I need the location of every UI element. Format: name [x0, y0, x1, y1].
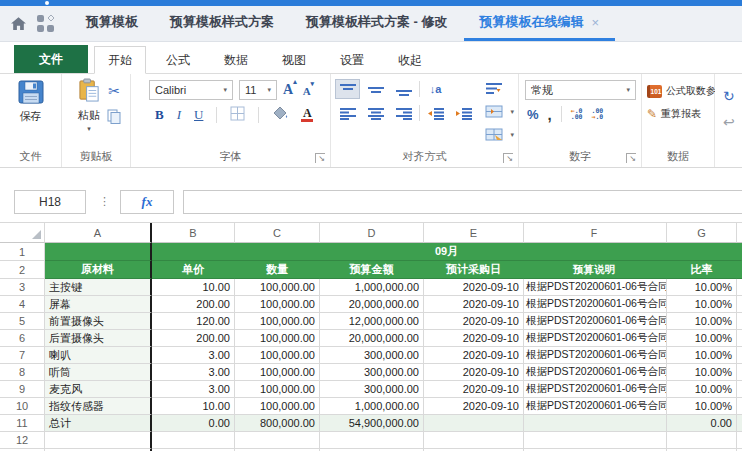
cell[interactable]: 2020-09-10 [424, 279, 524, 296]
cell[interactable]: 根据PDST20200601-06号合同 [524, 364, 667, 381]
ribbon-tab-formula[interactable]: 公式 [152, 46, 204, 74]
cell[interactable]: 300,000.00 [320, 381, 424, 398]
save-button[interactable]: 保存 [0, 80, 61, 124]
cell[interactable]: 10.00% [667, 279, 737, 296]
cell[interactable] [424, 432, 524, 449]
cell[interactable]: 120.00 [152, 313, 235, 330]
decrease-decimal-button[interactable]: .00 →.0 [591, 108, 603, 121]
cell[interactable]: 2020-09-10 [424, 364, 524, 381]
increase-decimal-button[interactable]: ←.0 .00 [571, 108, 583, 121]
font-size-select[interactable]: 11 ▾ [239, 80, 277, 100]
column-header-a[interactable]: A [45, 223, 152, 243]
cell[interactable]: 10.00% [667, 347, 737, 364]
redo-button[interactable]: ↩ [723, 114, 735, 130]
row-number[interactable]: 9 [0, 381, 45, 398]
cell[interactable]: 200.00 [152, 330, 235, 347]
align-top-button[interactable] [335, 79, 360, 99]
cell[interactable]: 100,000.00 [235, 296, 320, 313]
comma-style-button[interactable]: , [548, 106, 552, 123]
column-header-d[interactable]: D [320, 223, 424, 243]
font-color-button[interactable]: A [301, 108, 313, 122]
cell[interactable]: 54,900,000.00 [320, 415, 424, 432]
decrease-indent-button[interactable] [423, 103, 448, 123]
cut-button[interactable]: ✂ [108, 84, 120, 98]
cell[interactable]: 12,000,000.00 [320, 313, 424, 330]
ribbon-tab-view[interactable]: 视图 [268, 46, 320, 74]
borders-button[interactable] [230, 106, 245, 125]
cell[interactable] [320, 432, 424, 449]
column-header-e[interactable]: E [424, 223, 524, 243]
header-cell[interactable]: 预算说明 [524, 261, 667, 279]
merge-cells-button[interactable]: ▾ [485, 102, 514, 121]
cell[interactable]: 0.00 [667, 415, 737, 432]
cell[interactable]: 10.00% [667, 381, 737, 398]
insert-function-button[interactable]: fx [120, 190, 174, 214]
cell[interactable]: 3.00 [152, 347, 235, 364]
ribbon-tab-data[interactable]: 数据 [210, 46, 262, 74]
cell[interactable]: 麦克风 [45, 381, 152, 398]
alignment-dialog-launcher[interactable]: ↘ [503, 153, 513, 163]
home-icon[interactable] [10, 16, 27, 31]
cell[interactable]: 0.00 [152, 415, 235, 432]
copy-button[interactable] [107, 109, 121, 128]
header-cell[interactable]: 预算金额 [320, 261, 424, 279]
apps-grid-icon[interactable] [37, 15, 54, 32]
cell[interactable]: 听筒 [45, 364, 152, 381]
cell[interactable] [667, 432, 737, 449]
row-number[interactable]: 11 [0, 415, 45, 432]
cell[interactable] [524, 415, 667, 432]
more-dots-icon[interactable]: ⋮ [99, 195, 110, 208]
formula-params-button[interactable]: 101 公式取数参数 [647, 84, 715, 98]
cell[interactable]: 喇叭 [45, 347, 152, 364]
cell[interactable]: 根据PDST20200601-06号合同 [524, 381, 667, 398]
cell[interactable] [524, 432, 667, 449]
row-number[interactable]: 2 [0, 261, 45, 279]
row-number[interactable]: 5 [0, 313, 45, 330]
increase-indent-button[interactable] [451, 103, 476, 123]
cell[interactable]: 200.00 [152, 296, 235, 313]
cell[interactable]: 总计 [45, 415, 152, 432]
cell[interactable]: 800,000.00 [235, 415, 320, 432]
header-cell[interactable]: 数量 [235, 261, 320, 279]
cell[interactable] [424, 415, 524, 432]
row-number[interactable]: 12 [0, 432, 45, 449]
font-dialog-launcher[interactable]: ↘ [315, 153, 325, 163]
tab-budget-template-online-edit[interactable]: 预算模板在线编辑 × [464, 6, 616, 41]
select-all-button[interactable] [0, 223, 45, 243]
name-box[interactable] [14, 190, 86, 214]
cell[interactable]: 指纹传感器 [45, 398, 152, 415]
align-center-button[interactable] [363, 103, 388, 123]
cell[interactable]: 10.00% [667, 364, 737, 381]
cell[interactable]: 前置摄像头 [45, 313, 152, 330]
align-left-button[interactable] [335, 103, 360, 123]
tab-budget-template[interactable]: 预算模板 [70, 6, 154, 41]
cell[interactable]: 屏幕 [45, 296, 152, 313]
cell[interactable]: 2020-09-10 [424, 313, 524, 330]
cell[interactable] [45, 432, 152, 449]
cell[interactable]: 2020-09-10 [424, 398, 524, 415]
cell[interactable]: 300,000.00 [320, 364, 424, 381]
ribbon-tab-home[interactable]: 开始 [94, 46, 146, 74]
tab-budget-template-style-modified[interactable]: 预算模板样式方案 - 修改 [290, 6, 464, 41]
number-format-select[interactable]: 常规 ▾ [525, 80, 636, 100]
italic-button[interactable]: I [177, 107, 181, 123]
cell[interactable]: 2020-09-10 [424, 296, 524, 313]
cell[interactable]: 根据PDST20200601-06号合同 [524, 296, 667, 313]
cell[interactable]: 10.00 [152, 398, 235, 415]
column-header-c[interactable]: C [235, 223, 320, 243]
header-cell[interactable]: 单价 [152, 261, 235, 279]
cell[interactable]: 100,000.00 [235, 313, 320, 330]
column-header-b[interactable]: B [152, 223, 235, 243]
cell[interactable]: 10.00% [667, 313, 737, 330]
paste-button[interactable]: 粘贴 ▾ [67, 78, 111, 131]
align-middle-button[interactable] [363, 79, 388, 99]
cell[interactable]: 2020-09-10 [424, 330, 524, 347]
row-number[interactable]: 8 [0, 364, 45, 381]
cell[interactable]: 10.00% [667, 296, 737, 313]
tab-budget-template-style[interactable]: 预算模板样式方案 [154, 6, 290, 41]
cell[interactable]: 1,000,000.00 [320, 279, 424, 296]
cell[interactable]: 100,000.00 [235, 398, 320, 415]
cell[interactable]: 10.00 [152, 279, 235, 296]
cell[interactable]: 20,000,000.00 [320, 330, 424, 347]
merge-style-button[interactable]: ▾ [485, 125, 514, 144]
